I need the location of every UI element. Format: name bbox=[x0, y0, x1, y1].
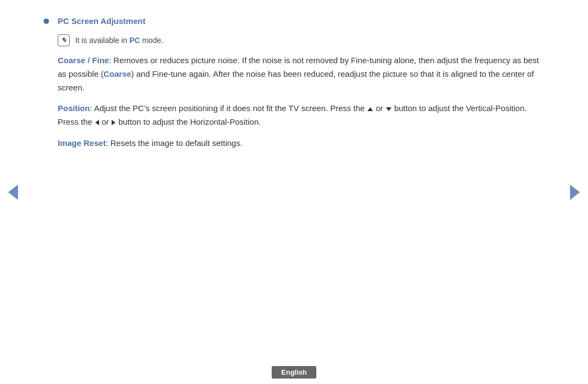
image-reset-text: : Resets the image to default settings. bbox=[106, 138, 242, 148]
or-text-2: or bbox=[102, 117, 109, 126]
note-icon: ✎ bbox=[58, 34, 70, 46]
bullet-icon bbox=[44, 19, 49, 24]
coarse-fine-paragraph: Coarse / Fine: Removes or reduces pictur… bbox=[58, 54, 544, 94]
left-arrow-inline-icon bbox=[95, 120, 99, 125]
position-paragraph: Position: Adjust the PC’s screen positio… bbox=[58, 102, 544, 129]
note-text: It is available in PC mode. bbox=[75, 36, 163, 45]
up-arrow-icon bbox=[367, 107, 373, 111]
position-text3: button to adjust the Horizontal-Position… bbox=[118, 117, 261, 126]
main-content: PC Screen Adjustment ✎ It is available i… bbox=[44, 11, 544, 351]
image-reset-label: Image Reset bbox=[58, 138, 106, 148]
or-text-1: or bbox=[376, 103, 383, 113]
coarse-link: Coarse bbox=[103, 69, 131, 78]
prev-page-button[interactable] bbox=[7, 180, 20, 204]
position-label: Position bbox=[58, 103, 90, 113]
right-arrow-inline-icon bbox=[112, 120, 115, 125]
section-header: PC Screen Adjustment bbox=[44, 16, 544, 26]
language-badge[interactable]: English bbox=[272, 366, 317, 379]
coarse-fine-label: Coarse / Fine bbox=[58, 56, 109, 65]
section-title: PC Screen Adjustment bbox=[58, 16, 145, 26]
note-pc-highlight: PC bbox=[130, 36, 140, 45]
right-arrow-icon bbox=[570, 185, 580, 200]
note-line: ✎ It is available in PC mode. bbox=[58, 34, 544, 46]
down-arrow-icon bbox=[386, 107, 391, 111]
left-arrow-icon bbox=[8, 185, 18, 200]
position-text1: : Adjust the PC’s screen positioning if … bbox=[90, 103, 365, 113]
footer: English bbox=[0, 360, 588, 384]
next-page-button[interactable] bbox=[568, 180, 581, 204]
image-reset-paragraph: Image Reset: Resets the image to default… bbox=[58, 137, 544, 150]
